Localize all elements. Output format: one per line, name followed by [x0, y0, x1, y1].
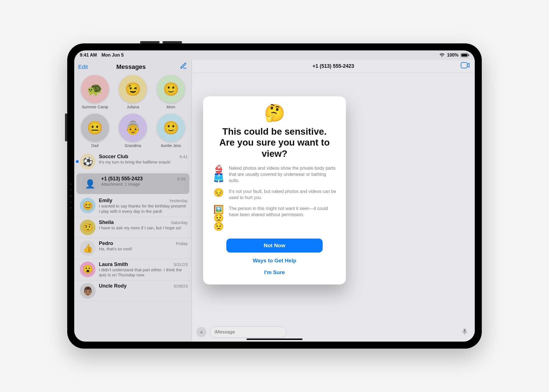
dialog-bullet: 😔It's not your fault, but naked photos a…: [213, 188, 336, 200]
battery-icon: [461, 53, 469, 57]
svg-rect-1: [462, 54, 467, 57]
thread-name: Sheila: [99, 220, 114, 225]
thread-preview: Ha, that's so cool!: [99, 246, 188, 252]
sidebar-title: Messages: [74, 63, 188, 71]
avatar: 😮: [80, 262, 96, 277]
bullet-icon: 😔: [213, 188, 224, 197]
dialog-bullets: 👙🩳Naked photos and videos show the priva…: [211, 165, 338, 233]
thread-row[interactable]: 👨🏽Uncle Rody5/28/23: [74, 281, 192, 302]
pinned-contact[interactable]: 😉Juliana: [115, 75, 151, 109]
mic-icon[interactable]: [462, 328, 467, 336]
sensitive-content-dialog: 🤔 This could be sensitive. Are you sure …: [203, 96, 346, 285]
pinned-contact[interactable]: 🙂Auntie Jess: [153, 114, 189, 148]
thread-preview: I wanted to say thanks for the birthday …: [99, 204, 188, 214]
wifi-icon: [439, 53, 445, 57]
thread-name: Emily: [99, 198, 112, 204]
thread-time: Friday: [176, 241, 188, 246]
status-bar: 9:41 AM Mon Jun 5 100%: [74, 50, 475, 60]
bullet-icon: 🖼️😟😟: [213, 206, 224, 231]
status-date: Mon Jun 5: [101, 53, 124, 57]
avatar: 👵: [119, 114, 147, 142]
thread-name: Soccer Club: [99, 154, 128, 160]
thread-name: +1 (513) 555-2423: [101, 176, 143, 182]
message-input[interactable]: [210, 326, 287, 338]
avatar: 🐢: [81, 75, 109, 103]
pinned-contact[interactable]: 🐢Summer Camp: [77, 75, 113, 109]
thread-row[interactable]: 😮Laura Smith5/31/23I didn't understand t…: [74, 259, 192, 281]
avatar: ⚽: [80, 154, 96, 169]
thread-row[interactable]: 👍PedroFridayHa, that's so cool!: [74, 238, 192, 259]
pinned-label: Dad: [91, 143, 99, 148]
pinned-label: Auntie Jess: [161, 143, 181, 148]
avatar: 👤: [82, 176, 98, 192]
avatar: 🙂: [157, 75, 185, 103]
avatar: 👍: [80, 241, 96, 256]
avatar: 😊: [80, 198, 96, 213]
conversation-title: +1 (513) 555-2423: [313, 63, 354, 69]
thread-time: 5/31/23: [174, 262, 188, 267]
pinned-contact[interactable]: 🙂Mom: [153, 75, 189, 109]
power-button[interactable]: [65, 113, 67, 141]
status-time: 9:41 AM: [80, 53, 97, 57]
home-indicator[interactable]: [246, 339, 303, 340]
status-battery-text: 100%: [447, 53, 459, 58]
thread-preview: I didn't understand that part either. I …: [99, 267, 188, 278]
dialog-emoji-icon: 🤔: [211, 105, 338, 122]
thread-time: 9:39: [177, 176, 185, 181]
thread-time: 5/28/23: [174, 284, 188, 288]
pinned-grid: 🐢Summer Camp😉Juliana🙂Mom😐Dad👵Grandma🙂Aun…: [74, 72, 192, 151]
thread-row[interactable]: 😊EmilyYesterdayI wanted to say thanks fo…: [74, 195, 192, 217]
pinned-label: Grandma: [125, 143, 141, 148]
attach-button[interactable]: ＋: [196, 327, 206, 337]
screen: 9:41 AM Mon Jun 5 100% Edit Messages: [74, 50, 475, 342]
thread-name: Laura Smith: [99, 262, 128, 267]
pinned-contact[interactable]: 👵Grandma: [115, 114, 151, 148]
input-row: ＋: [192, 324, 475, 342]
thread-time: Yesterday: [169, 198, 188, 203]
thread-list[interactable]: ⚽Soccer Club9:41It's my turn to bring th…: [74, 151, 192, 342]
bullet-text: Naked photos and videos show the private…: [229, 165, 336, 183]
thread-row[interactable]: 🤨SheilaSaturdayI have to ask my mom if I…: [74, 217, 192, 238]
thread-row[interactable]: ⚽Soccer Club9:41It's my turn to bring th…: [74, 151, 192, 172]
thread-preview: It's my turn to bring the halftime snack…: [99, 160, 188, 165]
thread-preview: Attachment: 1 Image: [101, 182, 185, 187]
svg-rect-3: [461, 62, 467, 68]
thread-name: Pedro: [99, 241, 113, 246]
avatar: 🤨: [80, 220, 96, 235]
avatar: 👨🏽: [80, 283, 96, 299]
bullet-text: The person in this might not want it see…: [229, 206, 336, 218]
dialog-bullet: 🖼️😟😟The person in this might not want it…: [213, 206, 336, 231]
avatar: 🙂: [157, 114, 185, 142]
avatar: 😐: [81, 114, 109, 142]
bullet-text: It's not your fault, but naked photos an…: [229, 188, 336, 200]
facetime-button[interactable]: [461, 62, 470, 69]
bullet-icon: 👙🩳: [213, 165, 224, 182]
dialog-bullet: 👙🩳Naked photos and videos show the priva…: [213, 165, 336, 183]
im-sure-button[interactable]: I'm Sure: [211, 267, 338, 278]
get-help-button[interactable]: Ways to Get Help: [211, 255, 338, 267]
thread-preview: I have to ask my mom if I can, but I hop…: [99, 225, 188, 231]
pinned-label: Mom: [167, 105, 175, 109]
conversation-header: +1 (513) 555-2423: [192, 60, 475, 73]
pinned-contact[interactable]: 😐Dad: [77, 114, 113, 148]
ipad-frame: 9:41 AM Mon Jun 5 100% Edit Messages: [67, 43, 482, 349]
pinned-label: Summer Camp: [82, 105, 108, 109]
not-now-button[interactable]: Not Now: [226, 239, 323, 253]
camera-cluster: [70, 183, 72, 209]
thread-time: Saturday: [171, 220, 188, 225]
thread-row[interactable]: 👤+1 (513) 555-24239:39Attachment: 1 Imag…: [76, 173, 189, 194]
volume-down-button[interactable]: [162, 41, 182, 43]
compose-button[interactable]: [180, 62, 187, 71]
avatar: 😉: [119, 75, 147, 103]
pinned-label: Juliana: [127, 105, 139, 109]
sidebar: Edit Messages 🐢Summer Camp😉Juliana🙂Mom😐D…: [74, 60, 192, 342]
dialog-title: This could be sensitive. Are you sure yo…: [214, 126, 335, 159]
unread-dot: [76, 160, 79, 163]
thread-time: 9:41: [180, 154, 188, 159]
thread-name: Uncle Rody: [99, 283, 127, 289]
svg-rect-2: [468, 54, 469, 56]
volume-up-button[interactable]: [140, 41, 160, 43]
